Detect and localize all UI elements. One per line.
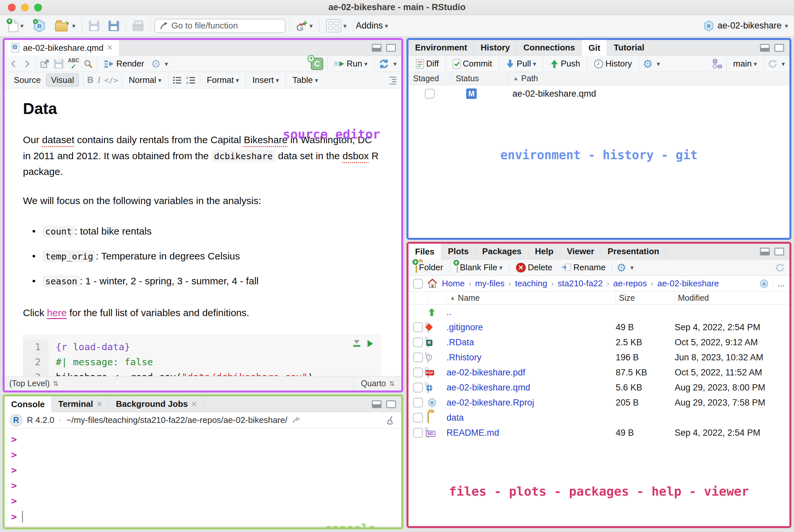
save-button[interactable] — [86, 19, 102, 33]
forward-icon[interactable] — [22, 59, 32, 69]
maximize-pane-button[interactable] — [386, 44, 396, 52]
file-checkbox[interactable] — [413, 353, 423, 362]
file-name-link[interactable]: .. — [446, 307, 616, 318]
select-all-checkbox[interactable] — [413, 279, 423, 289]
breadcrumb-link[interactable]: sta210-fa22 — [558, 279, 603, 289]
tab-help[interactable]: Help — [529, 244, 560, 259]
workspace-panes-button[interactable]: ▾ — [324, 17, 349, 34]
tab-history[interactable]: History — [474, 40, 517, 55]
minimize-pane-button[interactable] — [372, 44, 382, 52]
breadcrumb-link[interactable]: my-files — [475, 279, 504, 289]
file-row[interactable]: .gitignore 49 B Sep 4, 2022, 2:54 PM — [408, 320, 789, 335]
file-name-link[interactable]: README.md — [446, 428, 616, 438]
chevron-down-icon[interactable]: ▾ — [657, 60, 660, 68]
column-header-name[interactable]: ▲ Name — [446, 291, 616, 304]
open-in-new-window-icon[interactable] — [40, 59, 50, 69]
clear-console-broom-icon[interactable] — [386, 415, 396, 425]
zoom-window-button[interactable] — [34, 4, 42, 12]
file-name-link[interactable]: .RData — [446, 337, 616, 347]
file-checkbox[interactable] — [413, 383, 423, 393]
close-window-button[interactable] — [8, 4, 16, 12]
chevron-down-icon[interactable]: ▾ — [165, 60, 168, 68]
branch-selector[interactable]: main ▾ — [731, 57, 760, 71]
render-button[interactable]: Render — [101, 57, 147, 71]
tab-background-jobs[interactable]: Background Jobs ✕ — [109, 396, 204, 412]
history-button[interactable]: History — [591, 57, 635, 71]
tab-viewer[interactable]: Viewer — [560, 244, 601, 259]
new-blank-file-button[interactable]: + Blank File ▾ — [454, 261, 505, 274]
tab-plots[interactable]: Plots — [441, 244, 476, 259]
chevron-down-icon[interactable]: ▾ — [781, 60, 785, 68]
file-name-link[interactable]: .Rhistory — [446, 353, 616, 363]
version-control-button[interactable]: +G ▾ — [294, 17, 315, 34]
here-link[interactable]: here — [47, 307, 67, 318]
bold-button[interactable]: B — [87, 75, 94, 85]
file-checkbox[interactable] — [413, 337, 423, 347]
close-icon[interactable]: ✕ — [107, 43, 113, 52]
go-to-file-input[interactable] — [171, 21, 276, 31]
visual-editor-content[interactable]: source editor Data Our dataset contains … — [5, 89, 401, 376]
project-menu-button[interactable]: R ae-02-bikeshare ▾ — [703, 20, 788, 32]
run-all-chunks-above-button[interactable] — [353, 340, 360, 347]
file-name-link[interactable]: ae-02-bikeshare.pdf — [446, 367, 616, 378]
gear-icon[interactable]: ⚙ — [616, 262, 626, 273]
file-name-link[interactable]: data — [446, 413, 616, 423]
tab-connections[interactable]: Connections — [517, 40, 582, 55]
italic-button[interactable]: I — [97, 75, 100, 85]
table-menu[interactable]: Table ▾ — [290, 73, 320, 87]
tab-console[interactable]: Console — [5, 396, 52, 412]
source-mode-button[interactable]: Source — [9, 74, 45, 87]
save-all-button[interactable] — [106, 19, 122, 33]
new-project-button[interactable]: R + — [30, 17, 49, 35]
home-icon[interactable] — [427, 279, 438, 289]
tab-git[interactable]: Git — [582, 40, 607, 56]
find-replace-icon[interactable] — [83, 59, 93, 69]
commit-button[interactable]: Commit — [450, 57, 495, 71]
close-icon[interactable]: ✕ — [191, 400, 197, 408]
refresh-icon[interactable] — [768, 59, 778, 69]
minimize-pane-button[interactable] — [372, 400, 382, 408]
file-row[interactable]: .Rhistory 196 B Jun 8, 2023, 10:32 AM — [408, 350, 789, 365]
tab-tutorial[interactable]: Tutorial — [607, 40, 651, 55]
gear-icon[interactable]: ⚙ — [643, 58, 653, 70]
minimize-window-button[interactable] — [21, 4, 29, 12]
back-icon[interactable] — [9, 59, 18, 69]
git-file-row[interactable]: M ae-02-bikeshare.qmd — [408, 85, 789, 102]
console-output[interactable]: > > > > > > console — [5, 429, 401, 526]
file-checkbox[interactable] — [413, 413, 423, 423]
breadcrumb-link[interactable]: ae-02-bikeshare — [657, 279, 719, 289]
file-name-link[interactable]: ae-02-bikeshare.Rproj — [446, 398, 616, 408]
column-header-modified[interactable]: Modified — [675, 291, 789, 304]
print-button[interactable] — [130, 19, 146, 33]
push-button[interactable]: Push — [547, 57, 583, 71]
bullet-list-icon[interactable] — [172, 76, 182, 84]
tab-source-file[interactable]: ae-02-bikeshare.qmd ✕ — [5, 40, 119, 56]
save-icon[interactable] — [54, 59, 63, 69]
new-file-button[interactable]: + ▾ — [6, 18, 26, 34]
file-name-link[interactable]: .gitignore — [446, 322, 616, 332]
rename-button[interactable]: Rename — [559, 261, 608, 274]
tab-terminal[interactable]: Terminal ✕ — [52, 396, 110, 412]
new-folder-button[interactable]: + Folder — [413, 261, 446, 274]
file-row[interactable]: ae-02-bikeshare.qmd 5.6 KB Aug 29, 2023,… — [408, 380, 789, 395]
minimize-pane-button[interactable] — [760, 248, 770, 255]
branch-icon[interactable] — [712, 59, 722, 69]
close-icon[interactable]: ✕ — [96, 400, 102, 408]
visual-mode-button[interactable]: Visual — [46, 73, 79, 87]
file-row[interactable]: R .RData 2.5 KB Oct 5, 2022, 9:12 AM — [408, 335, 789, 350]
inline-code-button[interactable]: </> — [104, 76, 118, 84]
pull-button[interactable]: Pull ▾ — [503, 57, 539, 71]
chevron-down-icon[interactable]: ▾ — [630, 264, 634, 271]
chevron-down-icon[interactable]: ▾ — [393, 60, 397, 68]
numbered-list-icon[interactable]: 1 2 — [186, 76, 196, 84]
run-chunk-button[interactable] — [368, 340, 373, 347]
staged-checkbox[interactable] — [425, 89, 435, 99]
file-checkbox[interactable] — [413, 428, 423, 438]
column-header-status[interactable]: Status — [451, 72, 509, 85]
file-name-link[interactable]: ae-02-bikeshare.qmd — [446, 383, 616, 393]
file-row-parent-dir[interactable]: .. — [408, 305, 789, 320]
code-chunk[interactable]: 1 {r load-data} 2 #| message: false 3 bi… — [23, 334, 382, 376]
file-type-selector[interactable]: Quarto ⇅ — [354, 376, 397, 391]
column-header-size[interactable]: Size — [616, 291, 675, 304]
go-to-file-search[interactable] — [154, 19, 285, 33]
